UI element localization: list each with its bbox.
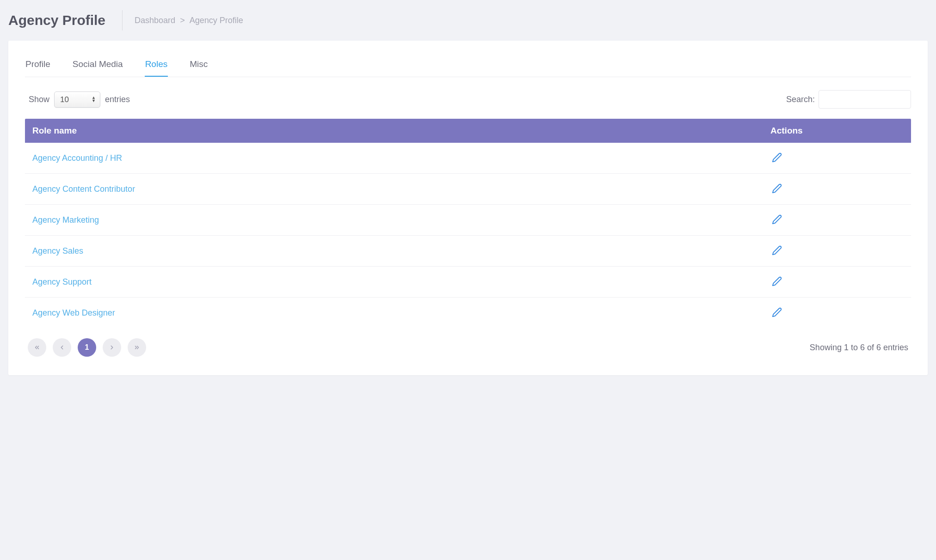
search-label: Search: — [786, 95, 815, 104]
breadcrumb-current: Agency Profile — [190, 16, 243, 25]
role-link[interactable]: Agency Marketing — [32, 215, 99, 225]
pencil-icon — [772, 276, 782, 286]
pencil-icon — [772, 214, 782, 225]
table-row: Agency Content Contributor — [25, 174, 911, 205]
tabs: ProfileSocial MediaRolesMisc — [25, 59, 911, 77]
table-row: Agency Sales — [25, 236, 911, 267]
chevrons-right-icon — [134, 344, 140, 351]
page-header: Agency Profile Dashboard > Agency Profil… — [0, 0, 936, 41]
breadcrumb-root-link[interactable]: Dashboard — [135, 16, 175, 25]
edit-button[interactable] — [770, 151, 783, 164]
role-link[interactable]: Agency Content Contributor — [32, 184, 135, 194]
tab-social-media[interactable]: Social Media — [72, 59, 123, 77]
role-link[interactable]: Agency Web Designer — [32, 308, 115, 317]
page-number-button[interactable]: 1 — [78, 338, 96, 357]
roles-table: Role name Actions Agency Accounting / HR… — [25, 119, 911, 328]
tab-roles[interactable]: Roles — [145, 59, 168, 77]
table-row: Agency Web Designer — [25, 298, 911, 329]
page-prev-button[interactable] — [53, 338, 71, 357]
breadcrumb-separator: > — [180, 16, 185, 25]
role-link[interactable]: Agency Support — [32, 277, 92, 286]
header-divider — [122, 10, 123, 30]
role-link[interactable]: Agency Accounting / HR — [32, 153, 122, 163]
pencil-icon — [772, 152, 782, 163]
edit-button[interactable] — [770, 182, 783, 195]
table-row: Agency Support — [25, 267, 911, 298]
table-footer: 1 Showing 1 to 6 of 6 entries — [25, 338, 911, 357]
showing-entries-text: Showing 1 to 6 of 6 entries — [810, 343, 908, 353]
page-title: Agency Profile — [8, 12, 122, 28]
content-card: ProfileSocial MediaRolesMisc Show 102550… — [8, 41, 928, 375]
pencil-icon — [772, 183, 782, 194]
pencil-icon — [772, 245, 782, 256]
role-link[interactable]: Agency Sales — [32, 246, 83, 256]
table-controls: Show 102550100 ▲▼ entries Search: — [25, 90, 911, 109]
show-entries: Show 102550100 ▲▼ entries — [25, 91, 130, 108]
pencil-icon — [772, 307, 782, 317]
show-label: Show — [29, 95, 49, 104]
chevron-left-icon — [59, 344, 65, 351]
edit-button[interactable] — [770, 213, 783, 226]
edit-button[interactable] — [770, 306, 783, 319]
breadcrumb: Dashboard > Agency Profile — [135, 16, 243, 25]
col-actions: Actions — [763, 119, 911, 143]
chevron-right-icon — [109, 344, 115, 351]
chevrons-left-icon — [34, 344, 40, 351]
col-role-name[interactable]: Role name — [25, 119, 763, 143]
table-header-row: Role name Actions — [25, 119, 911, 143]
tab-misc[interactable]: Misc — [189, 59, 208, 77]
pagination: 1 — [28, 338, 146, 357]
edit-button[interactable] — [770, 244, 783, 257]
table-row: Agency Accounting / HR — [25, 143, 911, 174]
search: Search: — [786, 90, 911, 109]
page-size-select-wrap: 102550100 ▲▼ — [54, 91, 100, 108]
edit-button[interactable] — [770, 275, 783, 288]
page-first-button[interactable] — [28, 338, 46, 357]
page-next-button[interactable] — [103, 338, 121, 357]
tab-profile[interactable]: Profile — [25, 59, 51, 77]
page-size-select[interactable]: 102550100 — [54, 91, 100, 108]
page-last-button[interactable] — [128, 338, 146, 357]
search-input[interactable] — [819, 90, 911, 109]
table-row: Agency Marketing — [25, 205, 911, 236]
entries-label: entries — [105, 95, 130, 104]
